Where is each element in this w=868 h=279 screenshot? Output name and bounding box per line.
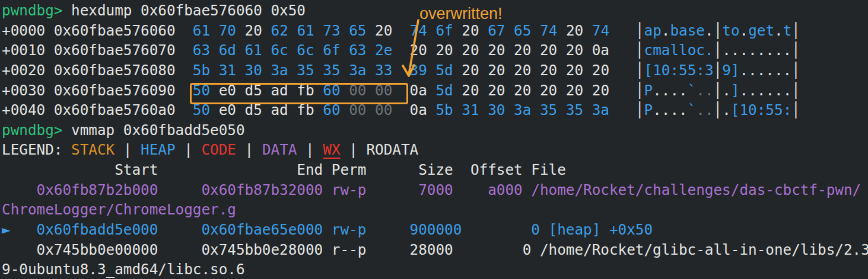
terminal-text-segment: 20 20 20 20 20 20 20 0a (392, 41, 609, 59)
terminal-text-segment: 0a (392, 82, 435, 99)
terminal-text-segment: [10:55:3 (644, 62, 714, 79)
terminal-text-segment: DATA (262, 141, 297, 158)
terminal-text-segment: │ (714, 22, 723, 39)
terminal-text-segment: | (115, 141, 141, 158)
terminal[interactable]: pwndbg> hexdump 0x60fbae576060 0x50+0000… (0, 0, 868, 279)
terminal-text-segment: base (670, 22, 705, 39)
terminal-text-segment: ] (731, 82, 740, 99)
terminal-text-segment: │ (714, 82, 723, 99)
terminal-text-segment: 60 (323, 101, 349, 118)
terminal-text-segment: .... (653, 82, 688, 99)
terminal-text-segment: │ (609, 82, 644, 99)
terminal-text-segment: ...... (740, 82, 792, 99)
terminal-text-segment: 20 (566, 22, 592, 39)
terminal-text-segment: 0x60fb87b2b000 0x60fb87b32000 rw-p 7000 … (2, 181, 861, 198)
terminal-text-segment: │ (714, 62, 723, 79)
terminal-text-segment: 9] (722, 62, 739, 79)
terminal-text-segment: | (176, 141, 202, 158)
vmmap-header-line: Start End Perm Size Offset File (2, 160, 868, 180)
terminal-text-segment: LEGEND: (2, 141, 71, 158)
terminal-text-segment: 0x745bb0e00000 0x745bb0e28000 r--p 28000… (2, 241, 868, 258)
terminal-text-segment: to (722, 22, 739, 39)
terminal-text-segment: ` (688, 82, 697, 99)
terminal-text-segment: e0 d5 ad fb (219, 101, 323, 118)
terminal-text-segment: 00 00 (349, 82, 392, 99)
hexdump-row-0040: +0040 0x60fbae5760a0 50 e0 d5 ad fb 60 0… (2, 100, 868, 120)
terminal-text-segment: 50 (193, 82, 219, 99)
terminal-text-segment: │ (609, 62, 644, 79)
terminal-window: pwndbg> hexdump 0x60fbae576060 0x50+0000… (0, 0, 868, 279)
terminal-text-segment: WX (323, 141, 340, 158)
terminal-text-segment: CODE (201, 141, 236, 158)
terminal-text-segment: 0a (392, 101, 435, 118)
terminal-text-segment: | (341, 141, 367, 158)
terminal-text-segment: │ (609, 101, 644, 118)
terminal-text-segment: ...... (739, 62, 791, 79)
terminal-text-segment: │ (791, 82, 800, 99)
terminal-text-segment: +0030 0x60fbae576090 (2, 82, 193, 99)
terminal-text-segment: 9-0ubuntu8.3_amd64/libc.so.6 (2, 261, 245, 278)
terminal-text-segment: 60 (323, 82, 349, 99)
hexdump-row-0010: +0010 0x60fbae576070 63 6d 61 6c 6c 6f 6… (2, 40, 868, 60)
terminal-text-segment: | (236, 141, 262, 158)
terminal-text-segment: ► 0x60fbadd5e000 0x60fbae65e000 rw-p 900… (2, 221, 653, 238)
terminal-text-segment: │ (791, 101, 800, 118)
terminal-text-segment: hexdump 0x60fbae576060 0x50 (71, 2, 306, 19)
vmmap-row-chromelogger-wrap: ChromeLogger/ChromeLogger.g (2, 200, 868, 220)
terminal-text-segment: │ (791, 22, 800, 39)
terminal-text-segment: │ (714, 101, 723, 118)
terminal-text-segment: +0040 0x60fbae5760a0 (2, 101, 193, 118)
hexdump-row-0020: +0020 0x60fbae576080 5b 31 30 3a 35 35 3… (2, 60, 868, 81)
hexdump-row-0030: +0030 0x60fbae576090 50 e0 d5 ad fb 60 0… (2, 81, 868, 101)
terminal-text-segment: 20 (245, 22, 271, 39)
terminal-text-segment: 39 5d (410, 62, 462, 79)
terminal-text-segment: HEAP (141, 141, 176, 158)
vmmap-row-heap: ► 0x60fbadd5e000 0x60fbae65e000 rw-p 900… (2, 220, 868, 240)
terminal-text-segment: cmalloc. (644, 41, 714, 59)
terminal-text-segment: 20 20 20 20 20 20 (462, 62, 609, 79)
terminal-text-segment: . (722, 101, 731, 118)
terminal-text-segment: +0000 0x60fbae576060 (2, 22, 193, 39)
terminal-text-segment: ChromeLogger/ChromeLogger.g (2, 201, 236, 218)
terminal-text-segment: pwndbg> (2, 121, 71, 139)
terminal-text-segment: P (644, 101, 653, 118)
terminal-text-segment: . (662, 22, 670, 39)
terminal-text-segment: │ (791, 41, 800, 59)
overwritten-annotation-label: overwritten! (419, 4, 503, 24)
terminal-text-segment: 61 70 (193, 22, 245, 39)
terminal-text-segment: . (705, 22, 714, 39)
terminal-text-segment: STACK (71, 141, 115, 158)
terminal-text-segment (392, 62, 409, 79)
terminal-text-segment: . (774, 22, 783, 39)
vmmap-row-libc-wrap: 9-0ubuntu8.3_amd64/libc.so.6 (2, 259, 868, 279)
terminal-text-segment: RODATA (366, 141, 418, 158)
terminal-text-segment: 62 61 73 65 (271, 22, 376, 39)
terminal-text-segment: │ (791, 62, 800, 79)
terminal-text-segment: vmmap 0x60fbadd5e050 (71, 121, 245, 139)
terminal-text-segment: t (783, 22, 792, 39)
terminal-text-segment: Start End Perm Size Offset File (2, 161, 566, 178)
terminal-text-segment: 67 65 74 (488, 22, 566, 39)
terminal-text-segment: 5b 31 30 3a 35 35 3a 33 (193, 62, 392, 79)
terminal-text-segment: .. (696, 101, 713, 118)
terminal-text-segment: | (297, 141, 323, 158)
terminal-text-segment: . (722, 82, 731, 99)
terminal-text-segment: 20 (462, 22, 488, 39)
terminal-text-segment: │ (609, 22, 644, 39)
vmmap-row-chromelogger: 0x60fb87b2b000 0x60fb87b32000 rw-p 7000 … (2, 180, 868, 200)
terminal-text-segment: pwndbg> (2, 2, 71, 19)
terminal-text-segment: 5d (435, 82, 462, 99)
prompt-vmmap-line: pwndbg> vmmap 0x60fbadd5e050 (2, 120, 868, 140)
terminal-text-segment: 20 (375, 22, 410, 39)
vmmap-row-libc: 0x745bb0e00000 0x745bb0e28000 r--p 28000… (2, 240, 868, 260)
terminal-text-segment: ........ (722, 41, 791, 59)
terminal-text-segment: .... (653, 101, 688, 118)
terminal-text-segment: 5b 31 30 3a 35 35 3a (435, 101, 609, 118)
terminal-text-segment: ` (688, 101, 697, 118)
legend-line: LEGEND: STACK | HEAP | CODE | DATA | WX … (2, 140, 868, 160)
terminal-text-segment: . (740, 22, 749, 39)
terminal-text-segment: ap (644, 22, 662, 39)
terminal-text-segment: 74 (592, 22, 609, 39)
terminal-text-segment: │ (609, 41, 644, 59)
terminal-text-segment: 74 6f (410, 22, 462, 39)
